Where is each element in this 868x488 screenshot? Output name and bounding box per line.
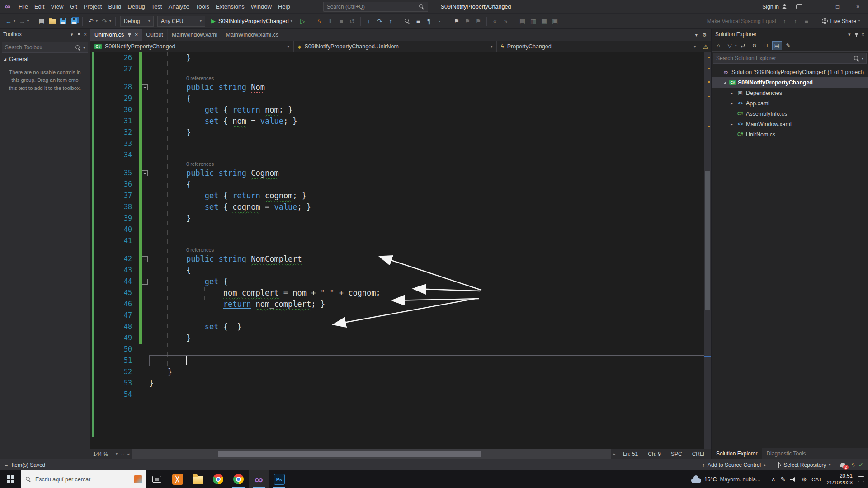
notification-center-icon[interactable]: [858, 476, 864, 482]
menu-window[interactable]: Window: [248, 0, 275, 14]
tab-mainwindow-xaml[interactable]: MainWindow.xaml: [168, 29, 222, 41]
menu-help[interactable]: Help: [275, 0, 293, 14]
zoom-select[interactable]: 144 % ▾: [90, 451, 120, 457]
bookmark-icon[interactable]: ⚑: [452, 16, 462, 27]
menu-git[interactable]: Git: [66, 0, 80, 14]
properties-icon[interactable]: ✎: [783, 41, 793, 50]
taskbar-app-orange-x[interactable]: ╳: [167, 470, 188, 488]
chevron-down-icon[interactable]: ▾: [735, 44, 737, 47]
taskbar-chrome-2[interactable]: [228, 470, 249, 488]
previous-bookmark-icon[interactable]: ⚑: [462, 16, 472, 27]
remove-vertical-spacing-icon[interactable]: ≡: [802, 16, 811, 27]
chevron-expanded-icon[interactable]: ◢: [722, 80, 727, 85]
scroll-right-icon[interactable]: ▸: [611, 452, 618, 456]
horizontal-scrollbar[interactable]: [132, 449, 611, 459]
tree-item-solution[interactable]: ∞Solution 'S09INotifyPropertyChanged' (1…: [712, 67, 868, 77]
save-all-icon[interactable]: [69, 16, 79, 27]
toolbox-group-general[interactable]: ◢ General: [0, 54, 90, 64]
fold-collapse-icon[interactable]: −: [142, 279, 148, 285]
solution-platforms-select[interactable]: Any CPU▾: [157, 16, 205, 27]
next-bookmark-icon[interactable]: ⚑: [473, 16, 483, 27]
panel-tab-diagnostic-tools[interactable]: Diagnostic Tools: [762, 448, 810, 459]
tab-mainwindow-xaml-cs[interactable]: MainWindow.xaml.cs: [222, 29, 283, 41]
taskbar-chrome[interactable]: [208, 470, 228, 488]
document-list-dropdown-icon[interactable]: ▾: [695, 32, 698, 38]
code-line-43[interactable]: 43 {: [90, 265, 704, 276]
decrease-vertical-spacing-icon[interactable]: ↕: [791, 16, 801, 27]
code-line-46[interactable]: 46 return nom_complert; }: [90, 299, 704, 310]
taskbar-clock[interactable]: 20:51 21/10/2023: [826, 473, 853, 486]
scroll-left-icon[interactable]: ◂: [125, 452, 132, 456]
increase-indent-icon[interactable]: »: [501, 16, 511, 27]
code-line-36[interactable]: 36 {: [90, 179, 704, 190]
filter-icon[interactable]: ▽: [725, 41, 735, 50]
tab-output[interactable]: Output: [142, 29, 168, 41]
find-icon[interactable]: [402, 16, 412, 27]
code-line-33[interactable]: 33: [90, 138, 704, 150]
project-dropdown[interactable]: C# S09INotifyPropertyChanged ▾: [90, 41, 294, 52]
vertical-scrollbar[interactable]: [704, 52, 711, 449]
code-line-42[interactable]: 42− public string NomComplert: [90, 253, 704, 265]
fold-collapse-icon[interactable]: −: [142, 170, 148, 176]
code-line-30[interactable]: 30 get { return nom; }: [90, 104, 704, 116]
code-line-35[interactable]: 35− public string Cognom: [90, 168, 704, 179]
undo-dropdown[interactable]: ▾: [96, 19, 98, 23]
chevron-down-icon[interactable]: ▾: [83, 46, 85, 50]
taskbar-visual-studio[interactable]: ∞: [249, 470, 269, 488]
tree-item-app-xaml[interactable]: ▸<>App.xaml: [712, 98, 868, 108]
code-line-41[interactable]: 41: [90, 235, 704, 247]
member-dropdown[interactable]: ϟ PropertyChanged ▾: [497, 41, 700, 52]
select-repository-button[interactable]: Select Repository ▾: [773, 459, 834, 470]
refresh-icon[interactable]: ↻: [750, 41, 760, 50]
tree-item-mainwindow-xaml[interactable]: ▸<>MainWindow.xaml: [712, 119, 868, 129]
close-button[interactable]: ×: [848, 0, 868, 14]
new-project-icon[interactable]: ▤: [37, 16, 47, 27]
make-same-size-icon[interactable]: ▣: [550, 16, 560, 27]
navigate-backward-dropdown[interactable]: ▾: [14, 19, 15, 23]
redo-icon[interactable]: ↷: [99, 16, 109, 27]
tree-item-unirnom-cs[interactable]: C#UnirNom.cs: [712, 129, 868, 140]
navigation-bar-toggle-icon[interactable]: ≡: [413, 16, 423, 27]
menu-debug[interactable]: Debug: [124, 0, 148, 14]
code-line-51[interactable]: 51: [90, 355, 704, 366]
pin-icon[interactable]: [854, 32, 859, 37]
scrollbar-thumb[interactable]: [705, 171, 710, 310]
language-indicator[interactable]: CAT: [811, 477, 821, 482]
restart-icon[interactable]: ↺: [347, 16, 357, 27]
solution-configurations-select[interactable]: Debug▾: [120, 16, 154, 27]
speaker-icon[interactable]: [790, 477, 797, 482]
code-line-38[interactable]: 38 set { cognom = value; }: [90, 202, 704, 213]
decrease-indent-icon[interactable]: «: [490, 16, 500, 27]
pin-icon[interactable]: [76, 32, 81, 37]
code-line-27[interactable]: 27: [90, 64, 704, 75]
weather-widget[interactable]: 16°C Mayorm. nubla...: [687, 470, 765, 488]
save-icon[interactable]: [58, 16, 68, 27]
stop-icon[interactable]: ■: [336, 16, 346, 27]
code-line-44[interactable]: 44− get {: [90, 276, 704, 287]
network-icon[interactable]: ⊕: [802, 476, 807, 483]
close-icon[interactable]: ×: [84, 32, 87, 37]
code-line-31[interactable]: 31 set { nom = value; }: [90, 116, 704, 127]
codelens-references-label[interactable]: 0 references: [186, 161, 214, 167]
navigate-backward-icon[interactable]: ←: [4, 16, 14, 27]
code-line-40[interactable]: 40: [90, 224, 704, 235]
toolbox-search-input[interactable]: Search Toolbox ▾: [2, 42, 88, 53]
add-to-source-control-button[interactable]: ↑ Add to Source Control ▴: [698, 459, 769, 470]
minimize-button[interactable]: ─: [807, 0, 827, 14]
redo-dropdown[interactable]: ▾: [109, 19, 111, 23]
tab-unirnom-cs[interactable]: UnirNom.cs×: [90, 29, 142, 41]
tree-item-dependencies[interactable]: ▸▣Dependencies: [712, 88, 868, 98]
quick-search-box[interactable]: Search (Ctrl+Q): [323, 2, 428, 12]
increase-vertical-spacing-icon[interactable]: ↕: [780, 16, 790, 27]
code-line-48[interactable]: 48 set { }: [90, 321, 704, 333]
start-debugging-button[interactable]: ▶S09INotifyPropertyChanged▾: [208, 15, 297, 27]
live-share-button[interactable]: Live Share▾: [818, 18, 864, 24]
taskbar-photoshop[interactable]: Ps: [269, 470, 289, 488]
navigate-forward-icon[interactable]: →: [17, 16, 27, 27]
open-folder-icon[interactable]: [47, 16, 57, 27]
taskbar-search-box[interactable]: Escriu aquí per cercar: [21, 470, 146, 488]
notifications-button[interactable]: 2: [840, 462, 845, 468]
code-line-50[interactable]: 50: [90, 344, 704, 355]
window-position-icon[interactable]: ▾: [71, 32, 73, 38]
solution-search-input[interactable]: Search Solution Explorer ▾: [713, 53, 867, 64]
